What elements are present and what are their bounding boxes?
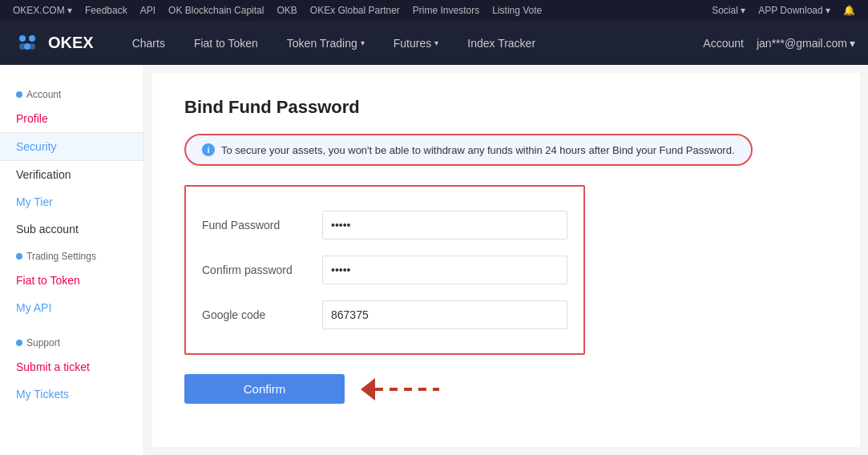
page-title: Bind Fund Password	[184, 97, 828, 118]
account-section-title: Account	[0, 81, 143, 105]
top-bar: OKEX.COM ▾ Feedback API OK Blockchain Ca…	[0, 0, 868, 21]
svg-point-5	[29, 43, 35, 50]
account-dot-icon	[16, 91, 22, 98]
social-dropdown[interactable]: Social ▾	[712, 5, 745, 16]
account-label: Account	[703, 37, 744, 50]
confirm-button[interactable]: Confirm	[184, 374, 345, 404]
form-box: Fund Password Confirm password Google co…	[184, 185, 585, 355]
nav-token-trading[interactable]: Token Trading ▾	[273, 21, 379, 65]
top-bar-left: OKEX.COM ▾ Feedback API OK Blockchain Ca…	[13, 5, 542, 16]
okex-com-link[interactable]: OKEX.COM ▾	[13, 5, 72, 16]
google-code-row: Google code	[186, 292, 583, 337]
nav-right: Account jan***@gmail.com ▾	[703, 37, 855, 50]
svg-point-2	[29, 35, 35, 42]
okb-link[interactable]: OKB	[277, 5, 297, 16]
svg-point-1	[19, 35, 26, 42]
prime-investors-link[interactable]: Prime Investors	[413, 5, 479, 16]
arrow-annotation	[361, 378, 439, 401]
arrow-head-icon	[361, 378, 375, 401]
top-bar-right: Social ▾ APP Download ▾ 🔔	[712, 5, 855, 16]
support-dot-icon	[16, 340, 22, 346]
warning-box: i To secure your assets, you won't be ab…	[184, 134, 753, 166]
nav-fiat-to-token[interactable]: Fiat to Token	[180, 21, 273, 65]
sidebar-item-profile[interactable]: Profile	[0, 105, 143, 132]
main-content: Bind Fund Password i To secure your asse…	[152, 73, 860, 447]
sidebar-item-security[interactable]: Security	[0, 132, 143, 161]
fund-password-row: Fund Password	[186, 203, 583, 248]
logo-text: OKEX	[48, 34, 94, 52]
okex-global-link[interactable]: OKEx Global Partner	[310, 5, 400, 16]
google-code-label: Google code	[202, 308, 322, 321]
google-code-input[interactable]	[322, 300, 567, 329]
sidebar-item-my-tickets[interactable]: My Tickets	[0, 381, 143, 408]
fund-password-label: Fund Password	[202, 219, 322, 232]
ok-blockchain-link[interactable]: OK Blockchain Capital	[168, 5, 264, 16]
warning-text: To secure your assets, you won't be able…	[221, 144, 735, 156]
trading-section-title: Trading Settings	[0, 243, 143, 267]
confirm-password-label: Confirm password	[202, 264, 322, 276]
sidebar-item-my-tier[interactable]: My Tier	[0, 188, 143, 215]
listing-vote-link[interactable]: Listing Vote	[492, 5, 542, 16]
svg-point-4	[19, 43, 26, 50]
main-nav: OKEX Charts Fiat to Token Token Trading …	[0, 21, 868, 65]
confirm-password-input[interactable]	[322, 256, 567, 284]
trading-dot-icon	[16, 253, 22, 260]
sidebar-item-sub-account[interactable]: Sub account	[0, 215, 143, 243]
nav-index-tracker[interactable]: Index Tracker	[453, 21, 550, 65]
app-download-dropdown[interactable]: APP Download ▾	[758, 5, 830, 16]
user-email[interactable]: jan***@gmail.com ▾	[757, 37, 855, 50]
arrow-line	[375, 388, 439, 391]
content-wrapper: Account Profile Security Verification My…	[0, 65, 868, 455]
fund-password-input[interactable]	[322, 211, 567, 240]
sidebar-item-fiat-to-token[interactable]: Fiat to Token	[0, 267, 143, 294]
nav-charts[interactable]: Charts	[118, 21, 180, 65]
nav-futures[interactable]: Futures ▾	[379, 21, 453, 65]
api-link[interactable]: API	[140, 5, 155, 16]
notification-bell-icon[interactable]: 🔔	[843, 5, 855, 16]
feedback-link[interactable]: Feedback	[85, 5, 127, 16]
sidebar: Account Profile Security Verification My…	[0, 65, 144, 455]
sidebar-item-verification[interactable]: Verification	[0, 161, 143, 188]
sidebar-item-submit-ticket[interactable]: Submit a ticket	[0, 353, 143, 381]
info-icon: i	[202, 143, 215, 156]
sidebar-item-my-api[interactable]: My API	[0, 294, 143, 321]
nav-links: Charts Fiat to Token Token Trading ▾ Fut…	[118, 21, 704, 65]
support-section-title: Support	[0, 329, 143, 353]
logo[interactable]: OKEX	[13, 29, 94, 58]
confirm-password-row: Confirm password	[186, 248, 583, 292]
confirm-area: Confirm	[184, 374, 828, 404]
